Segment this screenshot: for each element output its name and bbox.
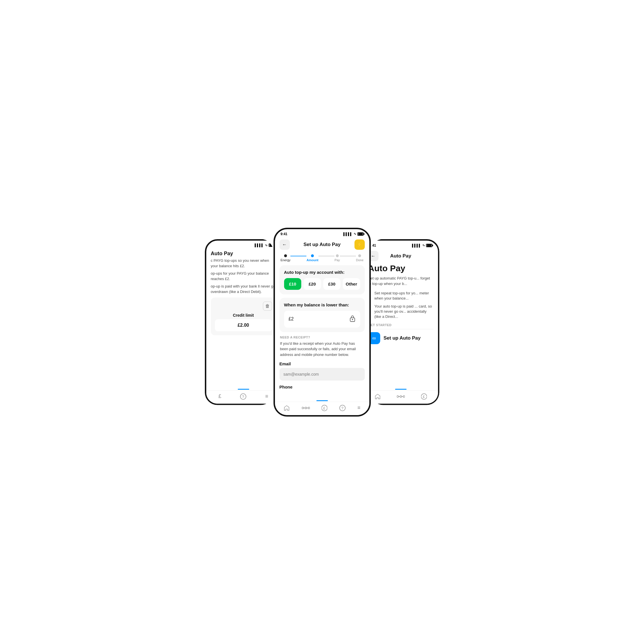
center-nav-title: Set up Auto Pay [304,242,341,247]
scene: ▌▌▌▌ ∿ Auto Pay c PAYG top-ups so you ne… [165,228,479,417]
setup-autopay-button[interactable]: ∞ Set up Auto Pay [368,332,433,344]
wifi-icon: ∿ [265,243,267,247]
svg-point-6 [308,407,310,409]
svg-point-13 [397,396,399,397]
left-bottom-nav: £ ? ≡ [206,390,281,404]
credit-value-box: £2.00 [215,319,272,331]
left-nav-help[interactable]: ? [240,393,246,400]
trash-icon[interactable]: 🗑 [263,302,272,311]
left-home-indicator [238,389,249,390]
autopay-title: Auto Pay [368,263,433,273]
svg-text:£: £ [323,406,325,410]
amount-card-title: Auto top-up my account with: [284,270,360,275]
right-signal-icon: ▌▌▌▌ [412,244,421,247]
right-screen-content: Auto Pay Set up automatic PAYG top-u... … [364,263,438,389]
step-line-1 [290,256,306,256]
get-started-divider [368,329,433,329]
back-button[interactable]: ← [280,239,290,250]
center-phone: 9:41 ▌▌▌▌ ∿ ← Set up Auto Pay ⚡ Energy A… [274,228,371,417]
center-signal-icon: ▌▌▌▌ [343,232,352,236]
receipt-desc: If you'd like a receipt when your Auto P… [280,341,365,358]
signal-icon: ▌▌▌▌ [255,243,263,247]
email-label: Email [280,361,365,366]
step-done: Done [356,254,363,262]
amount-btn-20[interactable]: £20 [304,278,321,290]
center-nav-help[interactable]: ? [339,405,346,411]
receipt-label: NEED A RECEIPT? [280,336,365,339]
right-wifi-icon: ∿ [422,243,425,247]
svg-point-15 [403,396,405,397]
svg-point-14 [400,396,402,397]
center-wifi-icon: ∿ [354,232,356,236]
amount-btn-other[interactable]: Other [343,278,360,290]
left-text-1: c PAYG top-ups so you never when your ba… [211,258,276,269]
center-screen-content: Auto top-up my account with: £10 £20 £30… [275,263,369,400]
credit-value: £2.00 [237,323,249,328]
check-item-2: ✓ Your auto top-up is paid ... card, so … [368,304,433,320]
step-amount: Amount [306,254,318,262]
lightning-button[interactable]: ⚡ [354,239,365,250]
center-home-indicator [316,400,328,401]
left-text-2: op-ups for your PAYG your balance reache… [211,271,276,282]
right-nav-connect[interactable] [397,395,405,399]
center-status-bar: 9:41 ▌▌▌▌ ∿ [275,229,369,237]
right-nav-title: Auto Pay [390,253,411,259]
svg-point-5 [305,407,307,409]
receipt-section: NEED A RECEIPT? If you'd like a receipt … [280,336,365,390]
center-bottom-nav: £ ? ≡ [275,402,369,415]
amount-btn-30[interactable]: £30 [323,278,341,290]
balance-card: When my balance is lower than: £2 [280,298,365,332]
amount-card: Auto top-up my account with: £10 £20 £30… [280,265,365,294]
step-dot-energy [284,254,287,257]
right-phone: 9:41 ▌▌▌▌ ∿ ← Auto Pay Auto Pay Set up a… [362,239,439,405]
get-started-label: GET STARTED [368,323,433,327]
center-battery-icon [357,232,364,236]
svg-point-4 [302,407,304,409]
amount-btn-10[interactable]: £10 [284,278,302,290]
svg-text:?: ? [242,395,244,399]
step-line-3 [340,256,356,256]
check-text-1: Set repeat top-ups for yo... meter when … [374,291,433,301]
check-text-2: Your auto top-up is paid ... card, so yo… [374,304,433,320]
step-dot-amount [311,254,314,257]
center-time: 9:41 [281,232,288,236]
center-nav-menu[interactable]: ≡ [357,405,360,411]
center-nav-pound[interactable]: £ [322,405,327,411]
balance-card-title: When my balance is lower than: [284,302,360,307]
right-bottom-nav: £ [364,390,438,404]
left-status-icons: ▌▌▌▌ ∿ [255,243,275,247]
right-battery-icon [426,244,432,247]
progress-stepper: Energy Amount Pay Done [275,252,369,263]
balance-value: £2 [289,316,294,322]
right-nav-home[interactable] [374,393,381,400]
right-nav-bar: ← Auto Pay [364,249,438,263]
email-input[interactable] [280,368,365,381]
center-nav-connect[interactable] [302,406,310,410]
left-status-bar: ▌▌▌▌ ∿ [206,241,281,248]
step-dot-pay [336,254,339,257]
left-nav-menu[interactable]: ≡ [265,393,268,399]
credit-section: 🗑 Credit limit £2.00 [211,298,276,335]
step-label-pay: Pay [334,258,340,262]
right-status-icons: ▌▌▌▌ ∿ [412,243,432,247]
step-label-amount: Amount [306,258,318,262]
center-status-icons: ▌▌▌▌ ∿ [343,232,363,236]
right-nav-pound[interactable]: £ [421,393,427,400]
center-nav-bar: ← Set up Auto Pay ⚡ [275,237,369,252]
setup-btn-label: Set up Auto Pay [384,335,421,341]
step-energy: Energy [281,254,291,262]
svg-text:£: £ [423,395,425,399]
step-label-energy: Energy [281,258,291,262]
step-dot-done [358,254,361,257]
credit-limit-label: Credit limit [215,313,272,318]
left-nav-pound[interactable]: £ [218,393,221,399]
center-nav-home[interactable] [284,405,290,411]
amount-grid: £10 £20 £30 Other [284,278,360,290]
step-pay: Pay [334,254,340,262]
right-status-bar: 9:41 ▌▌▌▌ ∿ [364,241,438,249]
svg-point-3 [352,319,353,320]
phone-label: Phone [280,385,365,389]
check-item-1: ✓ Set repeat top-ups for yo... meter whe… [368,291,433,301]
right-home-indicator [395,389,407,390]
left-text-3: op-up is paid with your bank ll never go… [211,284,276,295]
